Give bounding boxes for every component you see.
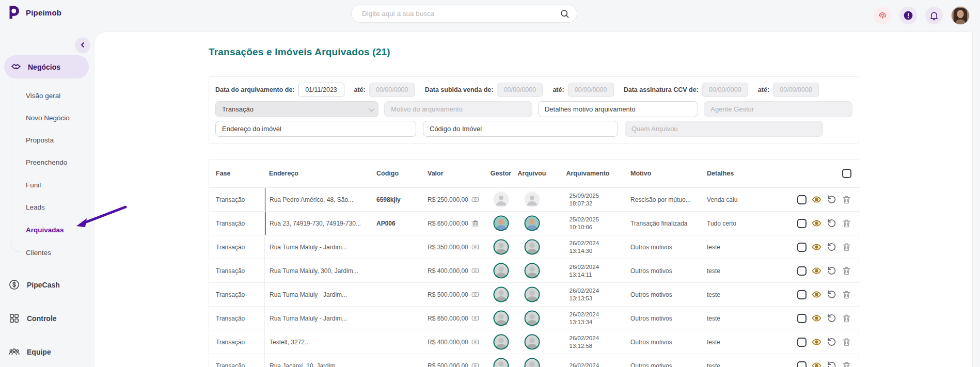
sidebar-item-equipe[interactable]: Equipe: [8, 346, 51, 358]
sidebar-item-pipecash[interactable]: PipeCash: [8, 279, 60, 291]
codigo-imovel-input[interactable]: [423, 121, 618, 137]
cell-fase: Transação: [209, 339, 264, 346]
gestor-avatar-photo: [493, 358, 509, 367]
row-actions: [785, 290, 859, 299]
search-input[interactable]: [362, 10, 560, 18]
endereco-imovel-input[interactable]: [215, 121, 416, 137]
cell-motivo: Outros motivos: [628, 267, 704, 275]
view-icon[interactable]: [812, 242, 821, 252]
sidebar-item-label: Controle: [27, 314, 57, 323]
table-row: TransaçãoRua Jacareí, 10, Jardim...R$ 50…: [209, 354, 859, 367]
sidebar-item-leads[interactable]: Leads: [26, 201, 45, 213]
date-subida-venda-de-input[interactable]: [497, 83, 543, 97]
date-arquivamento-de-input[interactable]: [298, 83, 344, 97]
bell-icon[interactable]: [925, 7, 943, 24]
row-checkbox[interactable]: [797, 314, 807, 323]
banknote-icon: [471, 196, 479, 203]
row-checkbox[interactable]: [797, 338, 807, 347]
delete-icon[interactable]: [842, 290, 851, 299]
arquivou-avatar-photo: [524, 286, 540, 302]
delete-icon[interactable]: [842, 313, 851, 323]
alert-icon[interactable]: [899, 7, 917, 24]
date-arquivamento-ate-input[interactable]: [369, 83, 415, 97]
sidebar-item-preenchendo[interactable]: Preenchendo: [26, 156, 67, 168]
search-icon[interactable]: [560, 9, 570, 19]
brand[interactable]: Pipeimob: [7, 5, 61, 20]
sidebar-item-funil[interactable]: Funil: [26, 179, 41, 190]
fase-color-bar: [264, 307, 266, 330]
cell-motivo: Transação finalizada: [628, 220, 704, 227]
select-all-checkbox[interactable]: [842, 169, 851, 178]
sidebar-item-arquivadas[interactable]: Arquivadas: [26, 224, 64, 235]
sidebar-item-proposta[interactable]: Proposta: [26, 134, 54, 146]
view-icon[interactable]: [812, 290, 821, 299]
restore-icon[interactable]: [827, 313, 836, 323]
view-icon[interactable]: [812, 266, 821, 276]
sidebar-item-clientes[interactable]: Clientes: [26, 247, 51, 258]
date-assinatura-ccv-ate-input[interactable]: [773, 83, 819, 97]
view-icon[interactable]: [812, 195, 821, 204]
cell-detalhes: teste: [704, 339, 785, 346]
row-checkbox[interactable]: [797, 361, 807, 367]
cell-valor: R$ 350.000,00: [425, 243, 486, 251]
sidebar-item-negocios[interactable]: Negócios: [4, 55, 89, 78]
filter-label: Data do arquivamento de:: [215, 86, 295, 93]
date-subida-venda-ate-input[interactable]: [568, 83, 614, 97]
row-checkbox[interactable]: [797, 243, 807, 252]
gestor-avatar-photo: [493, 215, 509, 231]
sidebar-item-label: Negócios: [28, 63, 60, 71]
view-icon[interactable]: [812, 337, 821, 347]
cell-valor: R$ 650.000,00: [425, 219, 486, 227]
quem-arquivou-input[interactable]: [625, 121, 823, 137]
sidebar-item-visao-geral[interactable]: Visão geral: [26, 90, 60, 101]
restore-icon[interactable]: [827, 337, 836, 347]
row-checkbox[interactable]: [797, 266, 807, 276]
col-header-valor: Valor: [425, 170, 486, 177]
row-checkbox[interactable]: [797, 219, 807, 228]
gestor-avatar: [486, 286, 516, 302]
gestor-avatar: [486, 310, 516, 326]
date-assinatura-ccv-de-input[interactable]: [702, 83, 748, 97]
delete-icon[interactable]: [842, 195, 851, 204]
detalhes-motivo-input[interactable]: [538, 101, 698, 117]
global-search[interactable]: [351, 5, 577, 23]
delete-icon[interactable]: [842, 361, 851, 367]
sidebar-collapse-button[interactable]: [75, 38, 90, 52]
cell-endereco: Rua Tuma Maluly - Jardim...: [264, 235, 374, 259]
cell-motivo: Rescisão por mútuo...: [628, 196, 704, 203]
cell-motivo: Outros motivos: [628, 362, 704, 367]
restore-icon[interactable]: [827, 266, 836, 276]
cell-detalhes: Tudo certo: [704, 220, 785, 227]
col-header-arquivamento: Arquivamento: [548, 170, 628, 177]
agente-gestor-input[interactable]: [704, 101, 852, 117]
restore-icon[interactable]: [827, 195, 836, 204]
col-header-motivo: Motivo: [628, 170, 704, 177]
cell-endereco: Rua Pedro Américo, 48, São...: [264, 188, 374, 211]
delete-icon[interactable]: [842, 266, 851, 276]
view-icon[interactable]: [812, 313, 821, 323]
motivo-arquivamento-input[interactable]: [384, 101, 532, 117]
col-header-detalhes: Detalhes: [704, 170, 785, 177]
delete-icon[interactable]: [842, 242, 851, 252]
view-icon[interactable]: [812, 218, 821, 228]
sidebar-item-novo-negocio[interactable]: Novo Negócio: [26, 112, 70, 123]
table-row: TransaçãoRua Tuma Maluly - Jardim...R$ 5…: [209, 283, 859, 307]
restore-icon[interactable]: [827, 242, 836, 252]
table-row: TransaçãoRua Tuma Maluly - Jardim...R$ 6…: [209, 307, 859, 330]
cell-valor: R$ 500.000,00: [425, 291, 486, 298]
user-avatar[interactable]: [951, 6, 970, 25]
restore-icon[interactable]: [827, 361, 836, 367]
banknote-icon: [471, 314, 479, 322]
fingerprint-icon[interactable]: [874, 7, 891, 24]
sidebar-item-controle[interactable]: Controle: [8, 312, 57, 324]
restore-icon[interactable]: [827, 290, 836, 299]
filter-label: até:: [552, 86, 564, 93]
delete-icon[interactable]: [842, 218, 851, 228]
pipeimob-logo-icon: [7, 5, 21, 20]
row-checkbox[interactable]: [797, 290, 807, 299]
restore-icon[interactable]: [827, 218, 836, 228]
delete-icon[interactable]: [842, 337, 851, 347]
row-checkbox[interactable]: [797, 195, 807, 204]
type-select[interactable]: Transação: [215, 101, 378, 117]
view-icon[interactable]: [812, 361, 821, 367]
